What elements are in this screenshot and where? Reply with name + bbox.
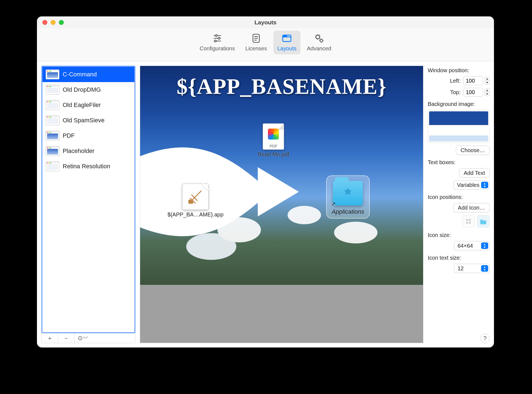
variables-label: Variables [457,182,479,188]
help-icon: ? [483,335,487,342]
pdf-badge: PDF [270,144,277,148]
tab-layouts[interactable]: Layouts [273,31,300,54]
top-label: Top: [450,89,461,95]
applications-icon-label: Applications [332,208,364,215]
add-icon-button[interactable]: Add Icon… [453,203,490,212]
icon-text-size-label: Icon text size: [428,255,490,261]
document-scroll-icon [250,32,262,44]
applications-folder-icon: ↗ [333,181,363,205]
pdf-glyph-icon: PDF [263,123,284,150]
svg-point-5 [215,40,216,42]
tab-label: Advanced [307,45,331,52]
remove-layout-button[interactable]: － [58,333,74,343]
canvas-padding [140,285,423,343]
tab-label: Licenses [245,45,267,52]
background-image-label: Background image: [428,101,490,107]
background-image-well[interactable] [428,110,490,143]
variables-popup[interactable]: Variables ▲▼ [453,180,490,190]
layout-item-placeholder[interactable]: Placeholder [42,143,134,159]
left-label: Left: [450,78,461,84]
left-stepper[interactable]: ▲▼ [485,77,490,85]
choose-background-button[interactable]: Choose… [456,146,490,155]
layout-item-label: Old SpamSieve [63,117,105,124]
top-stepper[interactable]: ▲▼ [485,88,490,96]
add-text-button[interactable]: Add Text [459,168,490,178]
tab-label: Configurations [200,45,235,52]
icon-positions-label: Icon positions: [428,194,490,200]
layouts-list-toolbar: ＋ － ⊙﹀ [41,333,135,343]
plus-icon: ＋ [47,334,53,342]
minus-icon: － [63,334,69,342]
svg-rect-16 [189,200,193,203]
icon-slot-folder[interactable] [477,215,490,228]
layout-thumb-icon [46,131,59,141]
layout-thumb-icon [46,100,59,110]
readme-icon-item[interactable]: PDF Read Me.pdf [258,123,289,158]
layout-item-label: PDF [63,132,75,139]
help-button[interactable]: ? [480,334,490,343]
app-glyph-icon [182,184,209,210]
window-position-label: Window position: [428,67,490,74]
preferences-window: Layouts Configurations Licenses [37,16,494,347]
inspector-panel: Window position: Left: ▲▼ Top: ▲▼ Backgr… [428,66,490,343]
content-area: C-Command Old DropDMG Old EagleFiler Old… [37,61,494,347]
icon-text-size-select[interactable]: 12 ▲▼ [454,264,490,273]
layout-thumb-icon [46,161,59,171]
layout-item-label: C-Command [63,71,97,78]
preferences-toolbar: Configurations Licenses Layouts [37,28,494,61]
icon-size-value: 64×64 [458,243,473,249]
icon-text-size-value: 12 [458,265,464,272]
readme-icon-label: Read Me.pdf [258,151,289,158]
chevron-updown-icon: ▲▼ [481,182,488,188]
svg-point-13 [286,36,287,36]
layout-thumb-icon [46,146,59,156]
layout-item-label: Old EagleFiler [63,102,101,109]
layout-item-label: Placeholder [63,147,94,155]
text-boxes-label: Text boxes: [428,159,490,166]
top-input[interactable] [463,88,483,97]
layout-thumb-icon [46,115,59,125]
app-icon-item[interactable]: ${APP_BA…AME}.app [167,184,224,218]
layout-item-old-spamsieve[interactable]: Old SpamSieve [42,113,134,128]
svg-rect-18 [469,219,471,221]
svg-rect-20 [469,222,471,224]
icon-size-label: Icon size: [428,232,490,238]
tab-licenses[interactable]: Licenses [242,31,271,54]
layout-item-retina[interactable]: Retina Resolution [42,159,134,174]
layouts-list[interactable]: C-Command Old DropDMG Old EagleFiler Old… [41,66,135,333]
chevron-updown-icon: ▲▼ [481,242,488,249]
layout-item-c-command[interactable]: C-Command [42,67,134,82]
icon-size-select[interactable]: 64×64 ▲▼ [454,241,490,250]
layout-item-pdf[interactable]: PDF [42,128,134,143]
tab-advanced[interactable]: Advanced [303,31,335,54]
svg-rect-19 [466,222,468,224]
applications-icon-item[interactable]: ↗ Applications [326,175,370,219]
tab-label: Layouts [277,45,296,52]
icon-slot-grid[interactable] [462,215,475,228]
icon-slots [428,215,490,228]
window-layout-icon [281,32,293,44]
svg-point-3 [218,37,220,39]
tab-configurations[interactable]: Configurations [196,31,239,54]
add-layout-button[interactable]: ＋ [42,333,58,343]
alias-arrow-icon: ↗ [331,201,336,207]
layout-item-label: Old DropDMG [63,86,101,93]
left-input[interactable] [463,76,483,85]
action-menu-icon: ⊙﹀ [78,334,89,342]
app-icon-label: ${APP_BA…AME}.app [167,212,224,218]
titlebar: Layouts [37,16,494,28]
layout-item-old-dropdmg[interactable]: Old DropDMG [42,82,134,97]
gears-icon [313,32,325,44]
layout-item-label: Retina Resolution [63,163,110,170]
layout-thumb-icon [46,69,59,79]
window-title: Layouts [37,19,494,26]
layout-title-text[interactable]: ${APP_BASENAME} [140,74,423,99]
layout-canvas[interactable]: ${APP_BASENAME} ${APP_BA…AME}.app PDF [140,66,423,285]
layout-actions-button[interactable]: ⊙﹀ [74,333,135,343]
svg-point-15 [320,39,323,42]
svg-point-11 [284,36,285,36]
svg-point-12 [285,36,286,36]
layout-item-old-eaglefiler[interactable]: Old EagleFiler [42,97,134,113]
layout-preview: ${APP_BASENAME} ${APP_BA…AME}.app PDF [140,66,423,343]
chevron-updown-icon: ▲▼ [481,265,488,272]
